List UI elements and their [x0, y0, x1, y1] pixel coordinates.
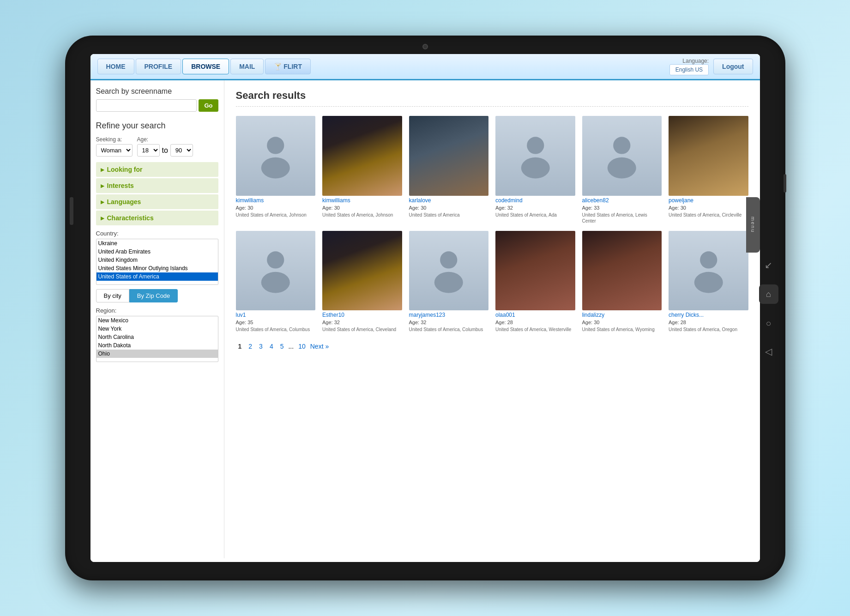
result-username[interactable]: luv1 [236, 312, 246, 318]
result-avatar[interactable] [582, 231, 662, 311]
result-card: maryjames123Age: 32United States of Amer… [409, 231, 489, 333]
result-age: Age: 28 [495, 320, 513, 325]
result-username[interactable]: lindalizzy [582, 312, 605, 318]
result-location: United States of America, Oregon [669, 326, 737, 332]
age-from-select[interactable]: 18 [137, 144, 160, 157]
result-username[interactable]: kimwilliams [236, 197, 264, 204]
age-range: 18 to 90 [137, 144, 193, 157]
page-3[interactable]: 3 [257, 342, 265, 351]
result-avatar[interactable] [669, 116, 748, 196]
result-card: lindalizzyAge: 30United States of Americ… [582, 231, 662, 333]
seeking-group: Seeking a: Woman [96, 136, 133, 157]
svg-point-4 [613, 137, 630, 154]
result-location: United States of America, Ada [495, 212, 557, 218]
region-select[interactable]: New Mexico New York North Carolina North… [96, 316, 218, 362]
region-option-ohio: Ohio [96, 350, 218, 358]
page-4[interactable]: 4 [267, 342, 276, 351]
tab-home[interactable]: HOME [97, 59, 134, 74]
search-results-title: Search results [236, 90, 748, 107]
result-avatar[interactable] [322, 116, 402, 196]
home-icon[interactable]: ⌂ [759, 284, 778, 304]
by-zip-tab[interactable]: By Zip Code [129, 289, 178, 302]
back-icon[interactable]: ◁ [760, 343, 777, 359]
main-content: Search results kimwilliamsAge: 30United … [224, 80, 760, 558]
result-avatar[interactable] [409, 231, 489, 311]
characteristics-header[interactable]: ▶ Characteristics [96, 211, 218, 225]
languages-header[interactable]: ▶ Languages [96, 194, 218, 209]
svg-point-7 [261, 272, 290, 293]
result-card: karlaloveAge: 30United States of America [409, 116, 489, 224]
result-avatar[interactable] [322, 231, 402, 311]
result-username[interactable]: olaa001 [495, 312, 515, 318]
country-select[interactable]: Ukraine United Arab Emirates United King… [96, 239, 218, 285]
region-option: North Carolina [96, 333, 218, 341]
result-location: United States of America, Westerville [495, 326, 571, 332]
side-menu-tab[interactable]: menu [746, 197, 760, 253]
down-arrow-icon[interactable]: ↙ [760, 257, 777, 273]
result-age: Age: 32 [322, 320, 340, 325]
languages-label: Languages [107, 198, 141, 205]
looking-for-section: ▶ Looking for [96, 162, 218, 177]
result-location: United States of America, Johnson [322, 212, 393, 218]
result-username[interactable]: kimwilliams [322, 197, 350, 204]
result-username[interactable]: karlalove [409, 197, 431, 204]
svg-point-0 [267, 137, 284, 154]
tab-mail[interactable]: MAIL [230, 59, 264, 74]
svg-point-2 [527, 137, 544, 154]
by-city-tab[interactable]: By city [96, 289, 129, 302]
result-avatar[interactable] [582, 116, 662, 196]
result-age: Age: 32 [409, 320, 427, 325]
seeking-label: Seeking a: [96, 136, 133, 143]
logout-button[interactable]: Logout [713, 59, 753, 74]
svg-point-3 [521, 157, 549, 178]
result-username[interactable]: aliceben82 [582, 197, 609, 204]
result-username[interactable]: codedmind [495, 197, 523, 204]
result-username[interactable]: cherry Dicks... [669, 312, 704, 318]
characteristics-section: ▶ Characteristics [96, 211, 218, 225]
result-age: Age: 30 [322, 205, 340, 211]
result-card: aliceben82Age: 33United States of Americ… [582, 116, 662, 224]
result-location: United States of America, Circleville [669, 212, 741, 218]
region-option: New York [96, 325, 218, 333]
page-5[interactable]: 5 [278, 342, 286, 351]
tab-profile[interactable]: PROFILE [136, 59, 181, 74]
search-input[interactable] [96, 99, 197, 112]
search-screenname-title: Search by screenname [96, 87, 218, 96]
age-to-label: to [162, 146, 168, 155]
language-button[interactable]: English US [669, 64, 709, 75]
page-2[interactable]: 2 [246, 342, 254, 351]
interests-header[interactable]: ▶ Interests [96, 178, 218, 193]
seeking-select[interactable]: Woman [96, 144, 133, 157]
result-location: United States of America, Cleveland [322, 326, 396, 332]
svg-point-10 [700, 251, 717, 268]
result-location: United States of America, Lewis Center [582, 212, 662, 224]
app-header: HOME PROFILE BROWSE MAIL 🍸 FLIRT Languag… [90, 54, 760, 80]
result-avatar[interactable] [495, 116, 575, 196]
search-icon[interactable]: ○ [760, 315, 777, 332]
tablet-device: HOME PROFILE BROWSE MAIL 🍸 FLIRT Languag… [65, 36, 785, 580]
tab-browse[interactable]: BROWSE [182, 59, 229, 74]
result-avatar[interactable] [495, 231, 575, 311]
result-username[interactable]: maryjames123 [409, 312, 446, 318]
nav-icons: ↙ ⌂ ○ ◁ [759, 257, 778, 359]
volume-button [70, 197, 73, 225]
result-age: Age: 33 [582, 205, 600, 211]
result-avatar[interactable] [236, 116, 316, 196]
looking-for-header[interactable]: ▶ Looking for [96, 162, 218, 177]
page-last[interactable]: 10 [296, 342, 308, 351]
result-username[interactable]: Esther10 [322, 312, 344, 318]
languages-section: ▶ Languages [96, 194, 218, 209]
svg-point-11 [694, 272, 723, 293]
tab-flirt[interactable]: 🍸 FLIRT [265, 59, 311, 74]
result-avatar[interactable] [409, 116, 489, 196]
go-button[interactable]: Go [199, 99, 218, 112]
pagination-ellipsis: ... [288, 343, 294, 350]
result-username[interactable]: poweljane [669, 197, 693, 204]
result-card: codedmindAge: 32United States of America… [495, 116, 575, 224]
page-next[interactable]: Next » [310, 343, 329, 350]
result-avatar[interactable] [669, 231, 748, 311]
country-option: United States Minor Outlying Islands [96, 264, 218, 272]
age-to-select[interactable]: 90 [170, 144, 193, 157]
result-avatar[interactable] [236, 231, 316, 311]
arrow-icon: ▶ [101, 183, 104, 188]
